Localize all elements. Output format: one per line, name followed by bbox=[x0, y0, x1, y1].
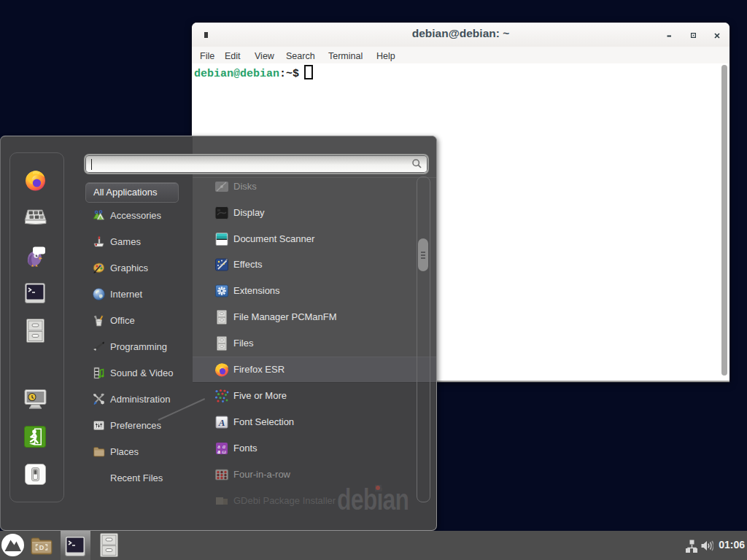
svg-text:ω: ω bbox=[222, 448, 226, 455]
svg-text:A: A bbox=[218, 417, 225, 428]
svg-text:a: a bbox=[217, 448, 220, 455]
svg-text:D: D bbox=[39, 544, 44, 551]
